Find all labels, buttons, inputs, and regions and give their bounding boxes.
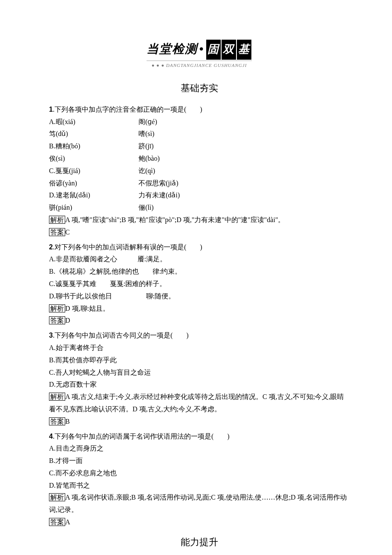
- q2-opt-b: B.《桃花扇》之解脱,他律的也 律:约束。: [49, 266, 349, 278]
- q1-opt-a1: A.暇(xiá): [49, 116, 134, 128]
- q1-opt-b4: 鲍(bào): [138, 153, 349, 165]
- q4-options: A.目击之而身历之 B.才得一面 C.而不必求息肩之地也 D.皆笔而书之: [49, 442, 349, 491]
- q1-analysis: 解析A 项,"嗜"应读"shì";B 项,"粕"应读"pò";D 项,"力有未逮…: [49, 214, 349, 226]
- q3-opt-d: D.无虑百数十家: [49, 379, 349, 391]
- q1-opt-b3: 俟(sì): [49, 153, 134, 165]
- section-title-ability: 能力提升: [49, 534, 349, 551]
- q2-opt-c: C.诚戛戛乎其难 戛戛:困难的样子。: [49, 278, 349, 290]
- q1-options: A.暇(xiá)阁(ɡé) 笃(dǔ)嗜(sì) B.糟粕(bó)跻(jī) 俟…: [49, 116, 349, 214]
- q2-options: A.非是而欲餍阅者之心 餍:满足。 B.《桃花扇》之解脱,他律的也 律:约束。 …: [49, 253, 349, 302]
- q2-analysis: 解析D 项,聊:姑且。: [49, 303, 349, 315]
- q3-stem: 3.下列各句中加点词语古今同义的一项是( ): [49, 330, 349, 342]
- q1-opt-d1: D.逮老鼠(dǎi): [49, 189, 134, 202]
- q4-opt-b: B.才得一面: [49, 455, 349, 467]
- q1-stem: 1.下列各项中加点字的注音全都正确的一项是( ): [49, 104, 349, 116]
- header-pinyin: ● ● ● DANGTANGJIANCE GUSHUANGJI: [147, 61, 252, 70]
- q1-opt-a4: 嗜(sì): [138, 128, 349, 140]
- q4-opt-a: A.目击之而身历之: [49, 442, 349, 455]
- q3-opt-a: A.始于离者终于合: [49, 342, 349, 354]
- q1-answer: 答案C: [49, 226, 349, 239]
- q4-analysis: 解析A 项,名词作状语,亲眼;B 项,名词活用作动词,见面;C 项,使动用法,使…: [49, 491, 349, 516]
- q4-opt-c: C.而不必求息肩之地也: [49, 467, 349, 480]
- q4-stem: 4.下列各句中加点的词语属于名词作状语用法的一项是( ): [49, 431, 349, 443]
- q1-opt-c1: C.戛戛(jiá): [49, 165, 134, 177]
- q3-opt-c: C.吾人对蛇蝎之人物与盲目之命运: [49, 367, 349, 379]
- q2-answer: 答案D: [49, 315, 349, 327]
- q3-analysis: 解析A 项,古义,结束于;今义,表示经过种种变化或等待之后出现的情况。C 项,古…: [49, 391, 349, 416]
- header-dot: •: [199, 42, 205, 55]
- q2-stem: 2.对下列各句中的加点词语解释有误的一项是( ): [49, 241, 349, 254]
- q2-opt-d: D.聊书于此,以俟他日 聊:随便。: [49, 290, 349, 303]
- q2-opt-a: A.非是而欲餍阅者之心 餍:满足。: [49, 253, 349, 266]
- q4-opt-d: D.皆笔而书之: [49, 480, 349, 492]
- q3-answer: 答案B: [49, 416, 349, 428]
- q1-opt-c3: 俗谚(yàn): [49, 177, 134, 190]
- q1-opt-c2: 讫(qì): [138, 165, 349, 177]
- q1-opt-d3: 骈(pián): [49, 202, 134, 214]
- q4-answer: 答案A: [49, 516, 349, 529]
- q1-opt-a2: 阁(ɡé): [138, 116, 349, 128]
- q1-opt-c4: 不假思索(jiǎ): [138, 177, 349, 190]
- header-boxed-text: 固双基: [206, 40, 252, 60]
- section-title-foundation: 基础夯实: [49, 80, 349, 97]
- q1-opt-a3: 笃(dǔ): [49, 128, 134, 140]
- q1-opt-b2: 跻(jī): [138, 140, 349, 153]
- q1-opt-d4: 俪(lì): [138, 202, 349, 214]
- header-left-text: 当堂检测: [147, 42, 198, 55]
- q3-options: A.始于离者终于合 B.而其价值亦即存乎此 C.吾人对蛇蝎之人物与盲目之命运 D…: [49, 342, 349, 391]
- q1-opt-d2: 力有未逮(dǎi): [138, 189, 349, 202]
- header-banner: 当堂检测 • 固双基 ● ● ● DANGTANGJIANCE GUSHUANG…: [49, 38, 349, 71]
- q1-opt-b1: B.糟粕(bó): [49, 140, 134, 153]
- q3-opt-b: B.而其价值亦即存乎此: [49, 354, 349, 367]
